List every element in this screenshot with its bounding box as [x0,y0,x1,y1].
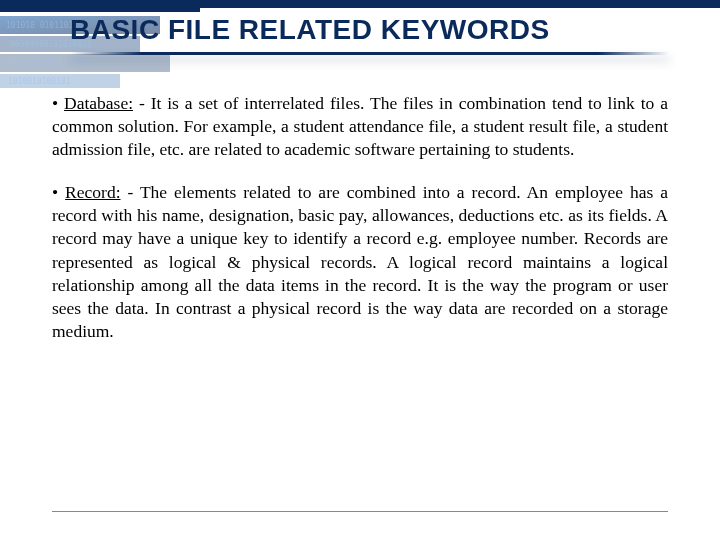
term-record: Record: [65,182,120,202]
title-area: BASIC FILE RELATED KEYWORDS [70,14,700,55]
svg-text:101010 0101101: 101010 0101101 [6,21,74,30]
svg-rect-4 [0,74,120,88]
title-underline [70,52,670,55]
slide-title: BASIC FILE RELATED KEYWORDS [70,14,700,46]
bullet-database: • Database: - It is a set of interrelate… [52,92,668,161]
svg-text:1010010100101: 1010010100101 [8,77,71,86]
footer-divider [52,511,668,512]
text-database: - It is a set of interrelated files. The… [52,93,668,159]
text-record: - The elements related to are combined i… [52,182,668,341]
svg-rect-0 [0,6,200,12]
svg-rect-3 [0,54,170,72]
term-database: Database: [64,93,133,113]
svg-text:01010 011001 10100: 01010 011001 10100 [4,59,91,68]
slide-content: • Database: - It is a set of interrelate… [52,92,668,506]
bullet-record: • Record: - The elements related to are … [52,181,668,343]
